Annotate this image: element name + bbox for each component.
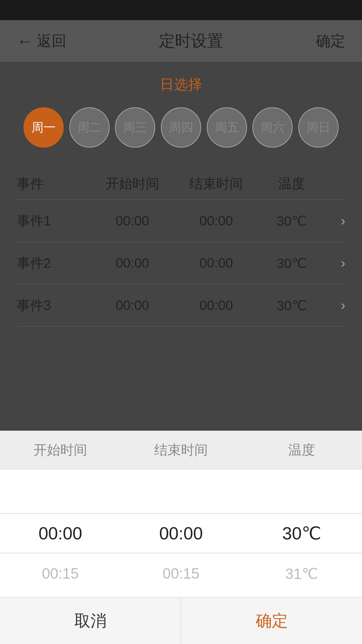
picker-item-below-start: 00:15 [0, 553, 121, 594]
event-3-name: 事件3 [17, 296, 90, 315]
picker-columns: 00:00 00:15 00:00 00:15 30℃ 31℃ [0, 473, 362, 594]
picker-selected-temperature: 30℃ [241, 513, 362, 553]
events-table: 事件 开始时间 结束时间 温度 事件1 00:00 00:00 30℃ › 事件… [0, 158, 362, 431]
day-button-thursday[interactable]: 周四 [161, 107, 201, 148]
header-end-time: 结束时间 [174, 174, 258, 193]
day-button-wednesday[interactable]: 周三 [115, 107, 155, 148]
event-3-arrow-icon: › [325, 298, 345, 313]
main-content: ← 返回 定时设置 确定 日选择 周一 周二 周三 周四 周五 周六 [0, 20, 362, 431]
header-confirm-button[interactable]: 确定 [316, 31, 345, 51]
event-3-end-time: 00:00 [174, 298, 258, 313]
day-button-friday[interactable]: 周五 [207, 107, 247, 148]
picker-selected-end-time: 00:00 [121, 513, 241, 553]
picker-item-above-end [121, 473, 241, 513]
header-temperature: 温度 [258, 174, 325, 193]
day-label-wednesday: 周三 [123, 119, 147, 136]
event-3-start-time: 00:00 [90, 298, 174, 313]
back-label: 返回 [37, 31, 66, 51]
day-button-monday[interactable]: 周一 [23, 107, 64, 148]
picker-col-temperature[interactable]: 30℃ 31℃ [241, 473, 362, 594]
event-2-start-time: 00:00 [90, 256, 174, 271]
status-bar [0, 0, 362, 20]
day-label-saturday: 周六 [260, 119, 285, 136]
event-1-arrow-icon: › [325, 213, 345, 228]
event-2-arrow-icon: › [325, 256, 345, 271]
header-start-time: 开始时间 [90, 174, 174, 193]
day-selection-title: 日选择 [17, 75, 345, 94]
day-button-saturday[interactable]: 周六 [252, 107, 293, 148]
event-2-name: 事件2 [17, 254, 90, 272]
event-1-name: 事件1 [17, 212, 90, 230]
table-row[interactable]: 事件2 00:00 00:00 30℃ › [17, 242, 345, 284]
event-3-temperature: 30℃ [258, 298, 325, 313]
event-2-temperature: 30℃ [258, 256, 325, 271]
day-label-sunday: 周日 [306, 119, 330, 136]
day-label-tuesday: 周二 [77, 119, 102, 136]
table-header-row: 事件 开始时间 结束时间 温度 [17, 168, 345, 200]
confirm-button[interactable]: 确定 [181, 598, 362, 644]
day-button-tuesday[interactable]: 周二 [69, 107, 110, 148]
back-arrow-icon: ← [17, 32, 33, 50]
day-label-friday: 周五 [215, 119, 239, 136]
picker-item-below-end: 00:15 [121, 553, 241, 594]
back-button[interactable]: ← 返回 [17, 31, 66, 51]
table-row[interactable]: 事件3 00:00 00:00 30℃ › [17, 284, 345, 327]
picker-item-above [0, 473, 121, 513]
picker-col-end-time[interactable]: 00:00 00:15 [121, 473, 241, 594]
picker-tab-end-time[interactable]: 结束时间 [121, 431, 241, 469]
picker-wheel-area[interactable]: 00:00 00:15 00:00 00:15 30℃ 31℃ [0, 470, 362, 597]
day-button-sunday[interactable]: 周日 [298, 107, 339, 148]
picker-tabs: 开始时间 结束时间 温度 [0, 431, 362, 470]
header: ← 返回 定时设置 确定 [0, 20, 362, 62]
picker-selected-start-time: 00:00 [0, 513, 121, 553]
page-title: 定时设置 [159, 30, 223, 52]
picker-item-above-temp [241, 473, 362, 513]
day-label-thursday: 周四 [169, 119, 193, 136]
event-1-start-time: 00:00 [90, 213, 174, 228]
event-1-temperature: 30℃ [258, 213, 325, 229]
header-event: 事件 [17, 174, 90, 193]
picker-tab-start-time[interactable]: 开始时间 [0, 431, 121, 469]
cancel-button[interactable]: 取消 [0, 598, 181, 644]
bottom-actions: 取消 确定 [0, 597, 362, 644]
day-label-monday: 周一 [32, 119, 56, 136]
picker-tab-temperature[interactable]: 温度 [241, 431, 362, 469]
day-selection-section: 日选择 周一 周二 周三 周四 周五 周六 周日 [0, 62, 362, 158]
event-1-end-time: 00:00 [174, 213, 258, 228]
event-2-end-time: 00:00 [174, 256, 258, 271]
day-buttons: 周一 周二 周三 周四 周五 周六 周日 [17, 107, 345, 148]
picker-item-below-temp: 31℃ [241, 553, 362, 594]
table-row[interactable]: 事件1 00:00 00:00 30℃ › [17, 200, 345, 242]
bottom-picker-panel: 开始时间 结束时间 温度 00:00 00:15 00:00 00:15 30℃… [0, 431, 362, 644]
picker-col-start-time[interactable]: 00:00 00:15 [0, 473, 121, 594]
